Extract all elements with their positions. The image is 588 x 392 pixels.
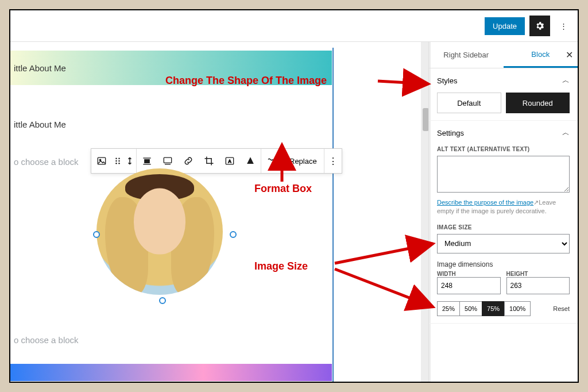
image-size-label: IMAGE SIZE <box>437 224 570 230</box>
apply-style-icon[interactable] <box>261 149 282 173</box>
svg-point-4 <box>115 160 117 162</box>
alt-text-input[interactable] <box>437 156 570 193</box>
image-size-select[interactable]: Medium <box>437 234 570 253</box>
width-label: WIDTH <box>437 271 501 277</box>
sidebar-tabs: Right Sidebar Block ✕ <box>429 42 578 68</box>
block-placeholder-2[interactable]: o choose a block <box>14 335 79 345</box>
replace-button[interactable]: Replace <box>283 149 324 173</box>
dimensions-label: Image dimensions <box>437 260 570 268</box>
svg-rect-11 <box>164 157 171 163</box>
block-placeholder-1[interactable]: o choose a block <box>14 157 79 167</box>
toolbar-more-button[interactable]: ⋮ <box>324 149 342 173</box>
editor-canvas: ittle About Me ittle About Me o choose a… <box>10 42 421 382</box>
chevron-up-icon: ︿ <box>562 75 570 86</box>
settings-heading: Settings <box>437 129 464 137</box>
alt-text-help: Describe the purpose of the image↗Leave … <box>437 198 570 216</box>
pct-50-button[interactable]: 50% <box>459 301 482 316</box>
resize-handle-left[interactable] <box>93 231 100 238</box>
chevron-up-icon: ︿ <box>562 128 570 138</box>
style-default-button[interactable]: Default <box>437 93 501 113</box>
height-label: HEIGHT <box>506 271 570 277</box>
settings-panel-toggle[interactable]: Settings ︿ <box>437 128 570 138</box>
svg-point-2 <box>115 158 117 160</box>
update-button[interactable]: Update <box>485 17 525 35</box>
separator-gradient <box>10 364 332 381</box>
svg-point-7 <box>118 163 120 164</box>
resize-handle-right[interactable] <box>230 231 237 238</box>
alt-text-label: ALT TEXT (ALTERNATIVE TEXT) <box>437 146 570 152</box>
settings-sidebar: Right Sidebar Block ✕ Styles ︿ Default R… <box>428 42 578 382</box>
block-separator-line <box>332 48 334 382</box>
svg-point-3 <box>118 158 120 160</box>
pct-75-button[interactable]: 75% <box>482 301 505 316</box>
editor-topbar: Update ⋮ <box>10 10 578 42</box>
width-input[interactable] <box>437 277 501 294</box>
svg-point-6 <box>115 163 117 164</box>
heading-gradient: ittle About Me <box>10 51 332 85</box>
close-sidebar-icon[interactable]: ✕ <box>566 49 573 60</box>
settings-gear-button[interactable] <box>529 16 550 36</box>
reset-button[interactable]: Reset <box>553 305 570 312</box>
styles-panel-toggle[interactable]: Styles ︿ <box>437 75 570 86</box>
svg-text:A: A <box>228 159 231 164</box>
percent-buttons: 25% 50% 75% 100% Reset <box>437 301 570 316</box>
svg-point-5 <box>118 160 120 162</box>
topbar-more-button[interactable]: ⋮ <box>555 16 572 36</box>
tab-right-sidebar[interactable]: Right Sidebar <box>429 42 504 68</box>
styles-heading: Styles <box>437 76 457 85</box>
height-input[interactable] <box>506 277 570 294</box>
pct-100-button[interactable]: 100% <box>504 301 531 316</box>
selected-image-block[interactable] <box>96 168 229 301</box>
heading-text-2: ittle About Me <box>14 120 66 129</box>
pct-25-button[interactable]: 25% <box>437 301 460 316</box>
duotone-icon[interactable] <box>240 149 261 173</box>
alt-help-link[interactable]: Describe the purpose of the image <box>437 199 533 206</box>
heading-text-1: ittle About Me <box>14 63 66 73</box>
style-rounded-button[interactable]: Rounded <box>506 93 570 113</box>
rounded-image <box>96 168 223 295</box>
resize-handle-bottom[interactable] <box>159 297 166 304</box>
svg-rect-0 <box>98 157 105 164</box>
svg-rect-9 <box>145 160 149 163</box>
